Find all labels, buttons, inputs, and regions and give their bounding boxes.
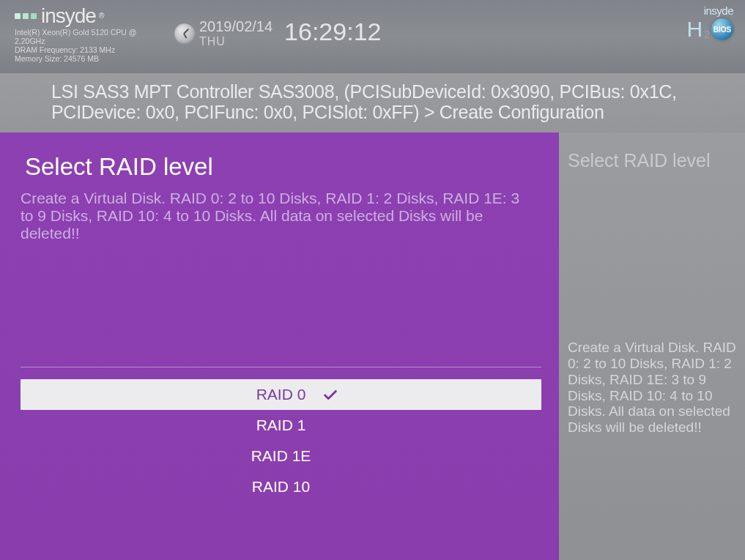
h2o-h: H bbox=[687, 17, 703, 42]
cpu-info: Intel(R) Xeon(R) Gold 5120 CPU @ 2.20GHz bbox=[15, 28, 161, 45]
bios-logo: insyde H 2 BIOS bbox=[687, 4, 733, 42]
brand-squares-icon bbox=[15, 13, 37, 19]
raid-option-label: RAID 1 bbox=[248, 417, 314, 434]
h2o-o-badge: BIOS bbox=[711, 18, 733, 40]
brand-name: insyde bbox=[41, 6, 96, 26]
raid-option-label: RAID 10 bbox=[248, 478, 314, 496]
h2o-icon: H 2 BIOS bbox=[687, 17, 733, 42]
raid-option-0[interactable]: RAID 0 bbox=[21, 379, 541, 410]
bios-brand: insyde bbox=[687, 4, 733, 17]
left-panel: Select RAID level Create a Virtual Disk.… bbox=[0, 132, 559, 560]
clock-icon bbox=[174, 23, 195, 44]
bios-badge-text: BIOS bbox=[714, 26, 731, 34]
clock-block: 2019/02/14 THU 16:29:12 bbox=[174, 19, 381, 48]
date-text: 2019/02/14 bbox=[199, 19, 273, 34]
raid-option-10[interactable]: RAID 10 bbox=[21, 471, 541, 502]
raid-option-label: RAID 1E bbox=[248, 447, 314, 465]
check-icon bbox=[322, 387, 338, 403]
brand-logo: insyde® bbox=[15, 6, 161, 26]
panel-title: Select RAID level bbox=[21, 150, 541, 187]
help-title: Select RAID level bbox=[568, 150, 736, 171]
raid-option-label: RAID 0 bbox=[248, 386, 314, 403]
day-text: THU bbox=[199, 35, 273, 48]
breadcrumb: LSI SAS3 MPT Controller SAS3008, (PCISub… bbox=[0, 73, 745, 132]
main: Select RAID level Create a Virtual Disk.… bbox=[0, 132, 745, 560]
date-stack: 2019/02/14 THU bbox=[199, 19, 273, 48]
dram-info: DRAM Frequency: 2133 MHz bbox=[15, 45, 161, 54]
registered-icon: ® bbox=[99, 12, 103, 20]
h2o-2: 2 bbox=[704, 29, 710, 40]
header: insyde® Intel(R) Xeon(R) Gold 5120 CPU @… bbox=[0, 0, 745, 73]
raid-option-1[interactable]: RAID 1 bbox=[21, 410, 541, 441]
help-description: Create a Virtual Disk. RAID 0: 2 to 10 D… bbox=[568, 340, 736, 436]
raid-option-1e[interactable]: RAID 1E bbox=[21, 441, 541, 471]
brand-block: insyde® Intel(R) Xeon(R) Gold 5120 CPU @… bbox=[15, 6, 161, 63]
panel-description: Create a Virtual Disk. RAID 0: 2 to 10 D… bbox=[21, 187, 533, 242]
system-info: Intel(R) Xeon(R) Gold 5120 CPU @ 2.20GHz… bbox=[15, 28, 161, 63]
time-text: 16:29:12 bbox=[284, 19, 381, 44]
right-panel: Select RAID level Create a Virtual Disk.… bbox=[559, 132, 745, 560]
divider bbox=[21, 367, 541, 367]
memory-info: Memory Size: 24576 MB bbox=[15, 54, 161, 63]
raid-options: RAID 0 RAID 1 RAID 1E RAID 10 bbox=[21, 379, 541, 502]
